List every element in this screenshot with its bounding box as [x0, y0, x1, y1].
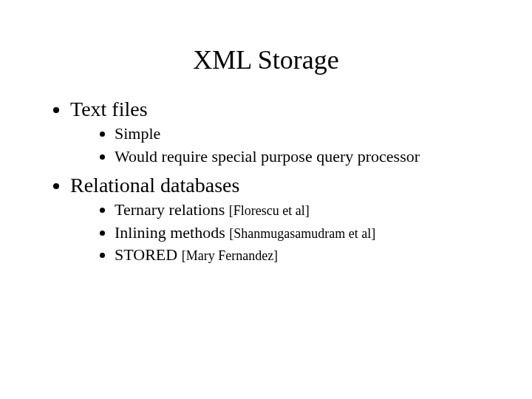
list-item: Text files Simple Would require special …: [70, 98, 502, 166]
list-item: Simple: [115, 123, 502, 144]
sub-list: Ternary relations [Florescu et al] Inlin…: [70, 200, 502, 265]
list-item: Would require special purpose query proc…: [115, 146, 502, 167]
list-item-cite: [Florescu et al]: [229, 203, 310, 218]
list-item-text: Inlining methods: [115, 223, 229, 242]
list-item-cite: [Shanmugasamudram et al]: [229, 226, 375, 241]
list-item-text: Would require special purpose query proc…: [115, 147, 420, 166]
bullet-list: Text files Simple Would require special …: [30, 98, 502, 265]
sub-list: Simple Would require special purpose que…: [70, 123, 502, 166]
list-item-text: Simple: [115, 124, 160, 143]
slide: XML Storage Text files Simple Would requ…: [0, 0, 532, 399]
list-item: Inlining methods [Shanmugasamudram et al…: [115, 222, 502, 243]
slide-title: XML Storage: [30, 44, 502, 75]
list-item-text: STORED: [115, 245, 182, 264]
list-item-label: Relational databases: [70, 174, 239, 197]
list-item: Relational databases Ternary relations […: [70, 174, 502, 265]
list-item: STORED [Mary Fernandez]: [115, 245, 502, 265]
list-item-label: Text files: [70, 98, 148, 120]
list-item: Ternary relations [Florescu et al]: [115, 200, 502, 220]
list-item-text: Ternary relations: [115, 200, 229, 219]
list-item-cite: [Mary Fernandez]: [182, 248, 278, 263]
